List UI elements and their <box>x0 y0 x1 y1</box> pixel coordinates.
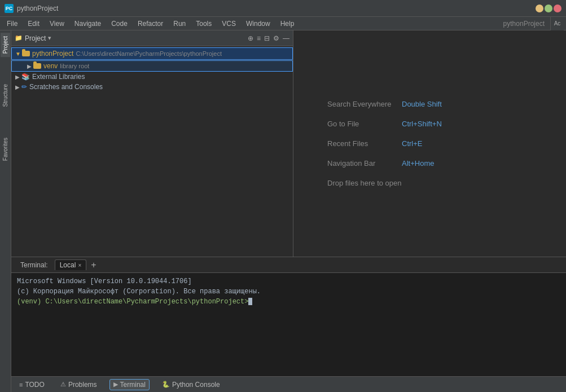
terminal-line-2: (c) Корпорация Майкрософт (Corporation).… <box>17 287 560 297</box>
external-label: External Libraries <box>32 73 85 81</box>
panel-action-locate[interactable]: ⊕ <box>248 34 253 42</box>
root-path: C:\Users\directName\PycharmProjects\pyth… <box>76 50 222 57</box>
menu-refactor[interactable]: Refactor <box>133 19 168 29</box>
menu-view[interactable]: View <box>45 19 69 29</box>
toolbar-python-console[interactable]: 🐍 Python Console <box>159 380 223 390</box>
close-button[interactable] <box>554 5 561 12</box>
panel-action-collapse[interactable]: ⊟ <box>264 34 270 42</box>
venv-label: venv <box>43 62 58 70</box>
external-libs-icon: 📚 <box>21 73 30 81</box>
terminal-cursor <box>248 298 252 305</box>
terminal-line-1: Microsoft Windows [Version 10.0.19044.17… <box>17 276 560 287</box>
bottom-toolbar: ≡ TODO ⚠ Problems ▶ Terminal 🐍 Python Co… <box>11 376 566 392</box>
editor-area: Search Everywhere Double Shift Go to Fil… <box>293 30 566 257</box>
panel-action-expand[interactable]: ≡ <box>257 34 261 42</box>
editor-hints: Search Everywhere Double Shift Go to Fil… <box>293 30 566 257</box>
hint-navbar-shortcut: Alt+Home <box>402 159 434 168</box>
tree-item-venv[interactable]: ▶ venv library root <box>11 60 293 72</box>
window-controls <box>536 5 561 12</box>
menu-tools[interactable]: Tools <box>191 19 216 29</box>
tree-item-scratches[interactable]: ▶ ✏ Scratches and Consoles <box>11 82 293 92</box>
toolbar-todo-label: TODO <box>25 381 44 389</box>
hint-navbar-label: Navigation Bar <box>327 159 395 168</box>
terminal-tab-local-label: Local <box>60 261 76 269</box>
hint-recent-shortcut: Ctrl+E <box>402 139 422 148</box>
hint-search-shortcut: Double Shift <box>402 100 442 108</box>
menu-file[interactable]: File <box>2 19 22 29</box>
folder-icon: 📁 <box>15 34 23 42</box>
tree-item-external[interactable]: ▶ 📚 External Libraries <box>11 72 293 82</box>
python-console-icon: 🐍 <box>162 381 170 388</box>
panel-dropdown-arrow[interactable]: ▾ <box>48 34 51 42</box>
tree-arrow-venv: ▶ <box>25 63 33 69</box>
toolbar-problems-label: Problems <box>68 381 97 389</box>
tree-arrow-root: ▼ <box>14 51 22 57</box>
tree-arrow-scratches: ▶ <box>14 84 21 90</box>
venv-folder-icon <box>33 63 41 69</box>
venv-sublabel: library root <box>60 63 89 69</box>
maximize-button[interactable] <box>545 5 552 12</box>
project-panel: 📁 Project ▾ ⊕ ≡ ⊟ ⚙ — ▼ <box>11 30 293 257</box>
menu-navigate[interactable]: Navigate <box>70 19 106 29</box>
todo-icon: ≡ <box>19 381 23 388</box>
terminal-content[interactable]: Microsoft Windows [Version 10.0.19044.17… <box>11 273 566 376</box>
terminal-tab-add[interactable]: + <box>89 260 98 270</box>
bottom-section: Terminal: Local × + Microsoft Windows [V… <box>11 257 566 392</box>
tab-favorites[interactable]: Favorites <box>1 134 10 164</box>
menu-help[interactable]: Help <box>276 19 299 29</box>
hint-search-label: Search Everywhere <box>327 100 395 108</box>
hint-recent-label: Recent Files <box>327 139 395 148</box>
project-tree: ▼ pythonProject C:\Users\directName\Pych… <box>11 46 293 257</box>
top-section: 📁 Project ▾ ⊕ ≡ ⊟ ⚙ — ▼ <box>11 30 566 257</box>
terminal-icon: ▶ <box>113 381 118 388</box>
tree-item-root[interactable]: ▼ pythonProject C:\Users\directName\Pych… <box>11 47 293 60</box>
terminal-tabs: Terminal: Local × + <box>11 257 566 273</box>
project-panel-header: 📁 Project ▾ ⊕ ≡ ⊟ ⚙ — <box>11 30 293 46</box>
scratches-label: Scratches and Consoles <box>29 83 103 91</box>
left-sidebar: Project Structure Favorites <box>0 30 11 392</box>
panel-header-actions: ⊕ ≡ ⊟ ⚙ — <box>248 34 289 42</box>
hint-goto-shortcut: Ctrl+Shift+N <box>402 120 442 128</box>
title-bar: PC pythonProject <box>0 0 566 17</box>
toolbar-problems[interactable]: ⚠ Problems <box>57 380 100 390</box>
hint-drop-label: Drop files here to open <box>327 179 402 187</box>
scratch-icon: ✏ <box>21 83 27 91</box>
hint-recent: Recent Files Ctrl+E <box>327 139 532 148</box>
panel-action-minimize[interactable]: — <box>283 34 289 42</box>
content-area: 📁 Project ▾ ⊕ ≡ ⊟ ⚙ — ▼ <box>11 30 566 392</box>
window-title: pythonProject <box>17 5 58 12</box>
tree-arrow-external: ▶ <box>14 74 21 80</box>
tab-project[interactable]: Project <box>1 33 10 57</box>
root-label: pythonProject <box>32 50 73 58</box>
app-icon: PC <box>5 4 14 13</box>
toolbar-terminal[interactable]: ▶ Terminal <box>109 379 150 390</box>
toolbar-todo[interactable]: ≡ TODO <box>16 380 48 390</box>
root-folder-icon <box>22 51 30 56</box>
ac-badge: Ac <box>550 17 564 30</box>
terminal-tab-close[interactable]: × <box>78 262 81 268</box>
project-title: pythonProject <box>503 20 545 28</box>
menu-vcs[interactable]: VCS <box>217 19 240 29</box>
hint-navbar: Navigation Bar Alt+Home <box>327 159 532 168</box>
hint-search: Search Everywhere Double Shift <box>327 100 532 108</box>
menu-bar: File Edit View Navigate Code Refactor Ru… <box>0 17 566 30</box>
hint-goto: Go to File Ctrl+Shift+N <box>327 120 532 128</box>
tab-structure[interactable]: Structure <box>1 81 10 111</box>
problems-icon: ⚠ <box>60 381 66 388</box>
hint-drop: Drop files here to open <box>327 179 532 187</box>
panel-title: Project <box>25 34 46 42</box>
terminal-tab-local[interactable]: Local × <box>55 259 87 270</box>
panel-action-settings[interactable]: ⚙ <box>273 34 279 42</box>
menu-code[interactable]: Code <box>107 19 132 29</box>
terminal-tab-prefix: Terminal: <box>16 260 52 270</box>
main-body: Project Structure Favorites 📁 Project ▾ … <box>0 30 566 392</box>
menu-edit[interactable]: Edit <box>23 19 44 29</box>
minimize-button[interactable] <box>536 5 543 12</box>
hint-goto-label: Go to File <box>327 120 395 128</box>
menu-window[interactable]: Window <box>242 19 275 29</box>
toolbar-python-console-label: Python Console <box>172 381 220 389</box>
toolbar-terminal-label: Terminal <box>120 381 146 389</box>
menu-run[interactable]: Run <box>169 19 190 29</box>
terminal-prompt: (venv) C:\Users\directName\PycharmProjec… <box>17 297 560 307</box>
